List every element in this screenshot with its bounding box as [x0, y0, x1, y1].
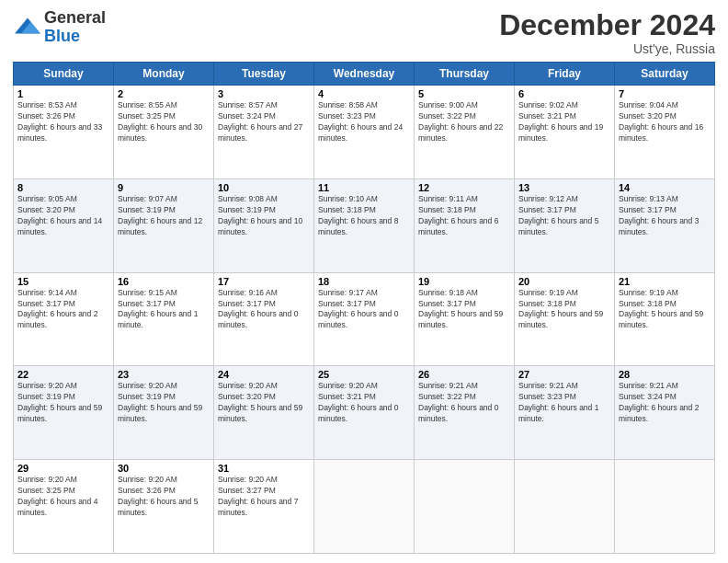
calendar-header-row: Sunday Monday Tuesday Wednesday Thursday…: [14, 63, 715, 86]
day-number: 31: [218, 463, 310, 474]
day-info: Sunrise: 9:12 AMSunset: 3:17 PMDaylight:…: [518, 194, 610, 238]
day-number: 9: [118, 182, 210, 193]
table-row: 17Sunrise: 9:16 AMSunset: 3:17 PMDayligh…: [214, 272, 314, 366]
logo-text: General Blue: [44, 9, 106, 46]
table-row: 2Sunrise: 8:55 AMSunset: 3:25 PMDaylight…: [114, 86, 214, 179]
table-row: 31Sunrise: 9:20 AMSunset: 3:27 PMDayligh…: [214, 460, 314, 554]
title-block: December 2024 Ust'ye, Russia: [499, 9, 715, 56]
day-info: Sunrise: 9:20 AMSunset: 3:25 PMDaylight:…: [17, 475, 109, 519]
table-row: 16Sunrise: 9:15 AMSunset: 3:17 PMDayligh…: [114, 272, 214, 366]
logo-icon: [15, 13, 40, 39]
day-info: Sunrise: 9:20 AMSunset: 3:27 PMDaylight:…: [218, 475, 310, 519]
day-info: Sunrise: 9:07 AMSunset: 3:19 PMDaylight:…: [118, 194, 210, 238]
calendar-week-row: 1Sunrise: 8:53 AMSunset: 3:26 PMDaylight…: [14, 86, 715, 179]
day-number: 6: [518, 88, 610, 99]
day-number: 21: [619, 276, 711, 287]
day-info: Sunrise: 9:20 AMSunset: 3:26 PMDaylight:…: [118, 475, 210, 519]
day-number: 1: [17, 88, 109, 99]
col-friday: Friday: [515, 63, 615, 86]
day-info: Sunrise: 8:55 AMSunset: 3:25 PMDaylight:…: [118, 100, 210, 144]
day-number: 28: [619, 369, 711, 380]
col-saturday: Saturday: [615, 63, 715, 86]
day-number: 30: [118, 463, 210, 474]
table-row: 26Sunrise: 9:21 AMSunset: 3:22 PMDayligh…: [415, 366, 515, 460]
day-number: 20: [518, 276, 610, 287]
table-row: 23Sunrise: 9:20 AMSunset: 3:19 PMDayligh…: [114, 366, 214, 460]
day-number: 23: [118, 369, 210, 380]
col-sunday: Sunday: [14, 63, 114, 86]
table-row: 15Sunrise: 9:14 AMSunset: 3:17 PMDayligh…: [14, 272, 114, 366]
table-row: 18Sunrise: 9:17 AMSunset: 3:17 PMDayligh…: [314, 272, 415, 366]
table-row: 24Sunrise: 9:20 AMSunset: 3:20 PMDayligh…: [214, 366, 314, 460]
table-row: 28Sunrise: 9:21 AMSunset: 3:24 PMDayligh…: [615, 366, 715, 460]
day-info: Sunrise: 9:19 AMSunset: 3:18 PMDaylight:…: [619, 288, 711, 332]
table-row: 11Sunrise: 9:10 AMSunset: 3:18 PMDayligh…: [314, 178, 415, 272]
calendar-week-row: 15Sunrise: 9:14 AMSunset: 3:17 PMDayligh…: [14, 272, 715, 366]
day-number: 10: [218, 182, 310, 193]
day-number: 29: [17, 463, 109, 474]
day-info: Sunrise: 9:20 AMSunset: 3:21 PMDaylight:…: [318, 381, 410, 425]
day-info: Sunrise: 9:14 AMSunset: 3:17 PMDaylight:…: [17, 288, 109, 332]
day-number: 27: [518, 369, 610, 380]
table-row: [615, 460, 715, 554]
table-row: 1Sunrise: 8:53 AMSunset: 3:26 PMDaylight…: [14, 86, 114, 179]
day-info: Sunrise: 9:00 AMSunset: 3:22 PMDaylight:…: [418, 100, 510, 144]
table-row: 3Sunrise: 8:57 AMSunset: 3:24 PMDaylight…: [214, 86, 314, 179]
col-wednesday: Wednesday: [314, 63, 415, 86]
table-row: 13Sunrise: 9:12 AMSunset: 3:17 PMDayligh…: [515, 178, 615, 272]
day-info: Sunrise: 8:58 AMSunset: 3:23 PMDaylight:…: [318, 100, 410, 144]
table-row: 9Sunrise: 9:07 AMSunset: 3:19 PMDaylight…: [114, 178, 214, 272]
day-number: 16: [118, 276, 210, 287]
table-row: 14Sunrise: 9:13 AMSunset: 3:17 PMDayligh…: [615, 178, 715, 272]
day-info: Sunrise: 9:18 AMSunset: 3:17 PMDaylight:…: [418, 288, 510, 332]
day-info: Sunrise: 9:16 AMSunset: 3:17 PMDaylight:…: [218, 288, 310, 332]
calendar-week-row: 22Sunrise: 9:20 AMSunset: 3:19 PMDayligh…: [14, 366, 715, 460]
col-tuesday: Tuesday: [214, 63, 314, 86]
table-row: 10Sunrise: 9:08 AMSunset: 3:19 PMDayligh…: [214, 178, 314, 272]
day-number: 15: [17, 276, 109, 287]
table-row: 25Sunrise: 9:20 AMSunset: 3:21 PMDayligh…: [314, 366, 415, 460]
day-number: 26: [418, 369, 510, 380]
table-row: 29Sunrise: 9:20 AMSunset: 3:25 PMDayligh…: [14, 460, 114, 554]
day-number: 11: [318, 182, 410, 193]
table-row: 5Sunrise: 9:00 AMSunset: 3:22 PMDaylight…: [415, 86, 515, 179]
day-info: Sunrise: 9:11 AMSunset: 3:18 PMDaylight:…: [418, 194, 510, 238]
day-info: Sunrise: 9:20 AMSunset: 3:19 PMDaylight:…: [17, 381, 109, 425]
day-number: 19: [418, 276, 510, 287]
day-number: 13: [518, 182, 610, 193]
location: Ust'ye, Russia: [499, 41, 715, 56]
calendar-week-row: 8Sunrise: 9:05 AMSunset: 3:20 PMDaylight…: [14, 178, 715, 272]
day-info: Sunrise: 9:21 AMSunset: 3:22 PMDaylight:…: [418, 381, 510, 425]
day-number: 2: [118, 88, 210, 99]
day-info: Sunrise: 9:08 AMSunset: 3:19 PMDaylight:…: [218, 194, 310, 238]
day-info: Sunrise: 9:05 AMSunset: 3:20 PMDaylight:…: [17, 194, 109, 238]
header: General Blue December 2024 Ust'ye, Russi…: [13, 9, 715, 56]
day-number: 14: [619, 182, 711, 193]
col-monday: Monday: [114, 63, 214, 86]
month-year: December 2024: [499, 9, 715, 41]
day-info: Sunrise: 9:15 AMSunset: 3:17 PMDaylight:…: [118, 288, 210, 332]
day-info: Sunrise: 9:21 AMSunset: 3:24 PMDaylight:…: [619, 381, 711, 425]
col-thursday: Thursday: [415, 63, 515, 86]
table-row: [415, 460, 515, 554]
day-number: 18: [318, 276, 410, 287]
calendar-table: Sunday Monday Tuesday Wednesday Thursday…: [13, 62, 715, 554]
table-row: 21Sunrise: 9:19 AMSunset: 3:18 PMDayligh…: [615, 272, 715, 366]
page: General Blue December 2024 Ust'ye, Russi…: [0, 0, 728, 563]
day-number: 3: [218, 88, 310, 99]
day-number: 22: [17, 369, 109, 380]
table-row: [314, 460, 415, 554]
day-number: 24: [218, 369, 310, 380]
table-row: 20Sunrise: 9:19 AMSunset: 3:18 PMDayligh…: [515, 272, 615, 366]
day-info: Sunrise: 9:10 AMSunset: 3:18 PMDaylight:…: [318, 194, 410, 238]
day-info: Sunrise: 8:53 AMSunset: 3:26 PMDaylight:…: [17, 100, 109, 144]
calendar-week-row: 29Sunrise: 9:20 AMSunset: 3:25 PMDayligh…: [14, 460, 715, 554]
day-number: 4: [318, 88, 410, 99]
day-info: Sunrise: 9:02 AMSunset: 3:21 PMDaylight:…: [518, 100, 610, 144]
day-info: Sunrise: 9:04 AMSunset: 3:20 PMDaylight:…: [619, 100, 711, 144]
table-row: 8Sunrise: 9:05 AMSunset: 3:20 PMDaylight…: [14, 178, 114, 272]
table-row: 7Sunrise: 9:04 AMSunset: 3:20 PMDaylight…: [615, 86, 715, 179]
table-row: 30Sunrise: 9:20 AMSunset: 3:26 PMDayligh…: [114, 460, 214, 554]
table-row: [515, 460, 615, 554]
day-info: Sunrise: 9:19 AMSunset: 3:18 PMDaylight:…: [518, 288, 610, 332]
